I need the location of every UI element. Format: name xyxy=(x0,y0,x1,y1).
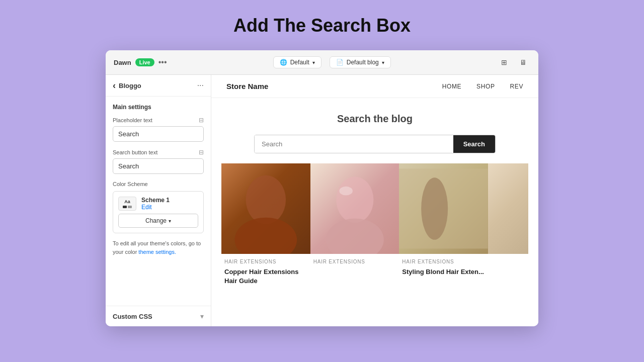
browser-bar-right: ⊞ 🖥 xyxy=(497,55,530,69)
globe-icon xyxy=(280,59,287,66)
sidebar-more-icon[interactable]: ··· xyxy=(197,81,204,90)
search-section: Search the blog Search xyxy=(211,98,538,163)
placeholder-text-label: Placeholder text ⊟ xyxy=(113,117,204,124)
view-toggle-icon[interactable]: ⊞ xyxy=(497,55,511,69)
search-btn-settings-icon[interactable]: ⊟ xyxy=(199,149,204,156)
blog-card-title-copper: Copper Hair Extensions Hair Guide xyxy=(224,267,307,286)
custom-css-label: Custom CSS xyxy=(113,313,152,320)
back-arrow-icon xyxy=(113,81,116,90)
blog-category-bride: HAIR EXTENSIONS xyxy=(313,259,396,264)
main-settings-label: Main settings xyxy=(113,104,204,111)
search-bar-button[interactable]: Search xyxy=(453,135,495,153)
blog-category-copper: HAIR EXTENSIONS xyxy=(224,259,307,264)
default-blog-pill[interactable]: Default blog xyxy=(330,56,391,68)
preview-area: Store Name HOME SHOP REV Search the blog… xyxy=(211,75,538,326)
search-button-text-input[interactable] xyxy=(113,158,204,174)
search-bar-row: Search xyxy=(254,135,496,153)
scheme-preview: Aa xyxy=(118,197,136,211)
blog-card-title-blond: Styling Blond Hair Exten... xyxy=(402,267,485,277)
blog-card-content-copper: HAIR EXTENSIONS Copper Hair Extensions H… xyxy=(221,254,310,291)
live-badge: Live xyxy=(135,58,154,66)
scheme-row: Aa Scheme 1 Edit xyxy=(118,197,198,211)
scheme-edit-link[interactable]: Edit xyxy=(141,204,170,211)
scheme-dots xyxy=(123,206,132,208)
theme-name: Dawn xyxy=(114,59,131,66)
more-icon[interactable]: ••• xyxy=(158,58,167,67)
scheme-dot-light xyxy=(128,206,132,208)
scheme-info: Scheme 1 Edit xyxy=(141,197,170,211)
svg-point-4 xyxy=(339,187,353,196)
sidebar-header: Bloggo ··· xyxy=(106,75,211,97)
store-nav: Store Name HOME SHOP REV xyxy=(211,75,538,98)
bride-image xyxy=(310,163,399,254)
browser-bar: Dawn Live ••• Default Default blog ⊞ 🖥 xyxy=(106,50,538,75)
svg-point-3 xyxy=(326,218,384,254)
doc-icon xyxy=(336,59,344,66)
blog-card-content-bride: HAIR EXTENSIONS xyxy=(310,254,399,273)
placeholder-settings-icon[interactable]: ⊟ xyxy=(199,117,204,124)
placeholder-text-input[interactable] xyxy=(113,126,204,142)
fourth-image xyxy=(488,163,528,254)
sidebar-back-button[interactable]: Bloggo xyxy=(113,81,141,90)
theme-settings-link[interactable]: theme settings. xyxy=(138,249,176,255)
blog-grid: HAIR EXTENSIONS Copper Hair Extensions H… xyxy=(211,163,538,301)
sidebar-body: Main settings Placeholder text ⊟ Search … xyxy=(106,97,211,306)
theme-settings-note: To edit all your theme's colors, go to y… xyxy=(113,239,204,256)
blog-card-img-bride xyxy=(310,163,399,254)
blog-card-copper[interactable]: HAIR EXTENSIONS Copper Hair Extensions H… xyxy=(221,163,310,291)
svg-point-1 xyxy=(235,218,297,254)
browser-bar-center: Default Default blog xyxy=(173,56,492,68)
search-button-text-label: Search button text ⊟ xyxy=(113,149,204,156)
svg-point-6 xyxy=(422,177,448,240)
default-label: Default xyxy=(290,59,309,66)
blond-image xyxy=(399,163,488,254)
nav-rev[interactable]: REV xyxy=(510,83,523,90)
search-blog-title: Search the blog xyxy=(231,113,518,125)
store-nav-links: HOME SHOP REV xyxy=(442,83,523,90)
copper-image xyxy=(221,163,310,254)
color-scheme-card: Aa Scheme 1 Edit Change xyxy=(113,191,204,233)
blog-card-fourth[interactable] xyxy=(488,163,528,291)
page-title: Add The Search Box xyxy=(233,15,411,36)
blog-card-img-fourth xyxy=(488,163,528,254)
blog-card-blond[interactable]: HAIR EXTENSIONS Styling Blond Hair Exten… xyxy=(399,163,488,291)
color-scheme-label: Color Scheme xyxy=(113,181,204,187)
nav-shop[interactable]: SHOP xyxy=(476,83,495,90)
custom-css-chevron-icon: ▾ xyxy=(200,312,204,320)
store-logo: Store Name xyxy=(226,82,268,90)
blog-card-content-blond: HAIR EXTENSIONS Styling Blond Hair Exten… xyxy=(399,254,488,282)
blog-card-img-copper xyxy=(221,163,310,254)
sidebar: Bloggo ··· Main settings Placeholder tex… xyxy=(106,75,211,326)
change-chevron-icon xyxy=(169,217,171,224)
custom-css-row[interactable]: Custom CSS ▾ xyxy=(106,306,211,326)
scheme-dot-dark xyxy=(123,206,127,208)
blog-category-blond: HAIR EXTENSIONS xyxy=(402,259,485,264)
default-blog-label: Default blog xyxy=(347,59,379,66)
blog-card-img-blond xyxy=(399,163,488,254)
default-pill[interactable]: Default xyxy=(273,56,321,68)
svg-point-0 xyxy=(246,175,286,224)
scheme-name: Scheme 1 xyxy=(141,197,170,204)
blog-card-bride[interactable]: HAIR EXTENSIONS xyxy=(310,163,399,291)
search-bar-input[interactable] xyxy=(255,135,453,153)
svg-point-2 xyxy=(336,176,373,223)
sidebar-back-label: Bloggo xyxy=(119,82,141,89)
browser-window: Dawn Live ••• Default Default blog ⊞ 🖥 xyxy=(106,50,538,326)
chevron-down-blog-icon xyxy=(382,59,384,66)
device-preview-icon[interactable]: 🖥 xyxy=(516,55,530,69)
change-scheme-button[interactable]: Change xyxy=(118,214,198,228)
preview-body: Search the blog Search xyxy=(211,98,538,326)
chevron-down-icon xyxy=(312,59,315,66)
nav-home[interactable]: HOME xyxy=(442,83,461,90)
browser-bar-left: Dawn Live ••• xyxy=(114,58,167,67)
main-content: Bloggo ··· Main settings Placeholder tex… xyxy=(106,75,538,326)
